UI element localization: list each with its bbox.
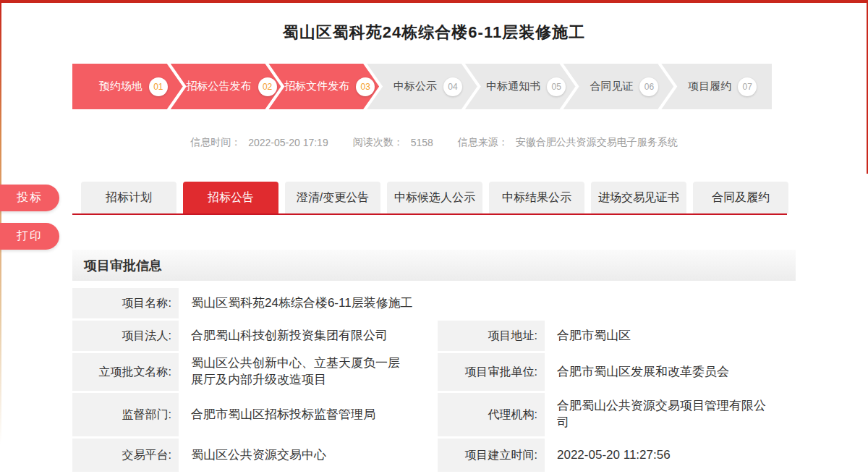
step-tender-documents[interactable]: 招标文件发布 03 <box>268 64 379 109</box>
table-label-platform: 交易平台: <box>72 439 179 472</box>
table-label-project-name: 项目名称: <box>72 288 179 318</box>
table-value-approval-unit: 合肥市蜀山区发展和改革委员会 <box>547 353 798 391</box>
step-reserve-venue[interactable]: 预约场地 01 <box>72 64 183 109</box>
progress-steps: 预约场地 01 招标公告发布 02 招标文件发布 03 中标公示 04 中标通知… <box>72 64 772 109</box>
step-label: 中标通知书 <box>486 80 540 93</box>
info-source-label: 信息来源： <box>458 136 509 149</box>
table-label-create-time: 项目建立时间: <box>438 439 545 472</box>
step-label: 预约场地 <box>99 80 142 93</box>
step-label: 招标公告发布 <box>187 80 252 93</box>
tab-entry-certificate[interactable]: 进场交易见证书 <box>591 182 686 213</box>
step-project-performance[interactable]: 项目履约 07 <box>661 64 772 109</box>
table-value-supervision: 合肥市蜀山区招标投标监督管理局 <box>181 393 435 436</box>
step-winner-publicity[interactable]: 中标公示 04 <box>367 64 477 109</box>
table-label-agency: 代理机构: <box>438 393 545 436</box>
table-value-legal-person: 合肥蜀山科技创新投资集团有限公司 <box>181 321 435 351</box>
table-value-address: 合肥市蜀山区 <box>547 321 798 351</box>
tab-bar: 招标计划 招标公告 澄清/变更公告 中标候选人公示 中标结果公示 进场交易见证书… <box>81 182 788 213</box>
print-button[interactable]: 打印 <box>0 223 59 250</box>
table-value-project-name: 蜀山区蜀科苑24栋综合楼6-11层装修施工 <box>181 288 798 318</box>
step-number-badge: 07 <box>738 77 757 96</box>
step-award-notice[interactable]: 中标通知书 05 <box>465 64 576 109</box>
info-source-value: 安徽合肥公共资源交易电子服务系统 <box>516 136 678 149</box>
table-value-agency: 合肥蜀山公共资源交易项目管理有限公司 <box>547 393 798 436</box>
info-time-label: 信息时间： <box>190 136 241 149</box>
table-label-legal-person: 项目法人: <box>72 321 179 351</box>
info-views-value: 5158 <box>411 137 433 148</box>
page-title: 蜀山区蜀科苑24栋综合楼6-11层装修施工 <box>0 22 868 43</box>
step-number-badge: 01 <box>149 77 168 96</box>
tab-tender-plan[interactable]: 招标计划 <box>81 182 176 213</box>
table-value-platform: 蜀山区公共资源交易中心 <box>181 439 435 472</box>
tab-result-publicity[interactable]: 中标结果公示 <box>489 182 584 213</box>
section-header-project-approval: 项目审批信息 <box>72 250 796 281</box>
table-value-create-time: 2022-05-20 11:27:56 <box>547 439 798 472</box>
bid-button[interactable]: 投标 <box>0 185 59 211</box>
step-number-badge: 06 <box>639 77 658 96</box>
info-meta-line: 信息时间： 2022-05-20 17:19 阅读次数： 5158 信息来源： … <box>72 136 796 149</box>
page-top-red-bar <box>0 0 868 3</box>
project-approval-table: 项目名称: 蜀山区蜀科苑24栋综合楼6-11层装修施工 项目法人: 合肥蜀山科技… <box>72 288 796 472</box>
step-number-badge: 05 <box>547 77 566 96</box>
tab-contract-performance[interactable]: 合同及履约 <box>693 182 788 213</box>
step-number-badge: 03 <box>356 77 375 96</box>
step-label: 合同见证 <box>590 80 633 93</box>
step-number-badge: 04 <box>443 77 462 96</box>
info-views-label: 阅读次数： <box>353 136 404 149</box>
table-label-address: 项目地址: <box>438 321 545 351</box>
step-tender-announcement[interactable]: 招标公告发布 02 <box>171 64 281 109</box>
step-contract-witness[interactable]: 合同见证 06 <box>563 64 674 109</box>
tab-candidate-publicity[interactable]: 中标候选人公示 <box>387 182 482 213</box>
section-title: 项目审批信息 <box>84 257 162 274</box>
step-number-badge: 02 <box>258 77 277 96</box>
table-value-approval-doc: 蜀山区公共创新中心、立基天厦负一层展厅及内部升级改造项目 <box>181 353 435 391</box>
tab-clarification[interactable]: 澄清/变更公告 <box>285 182 380 213</box>
tab-underline <box>72 213 787 215</box>
table-label-approval-unit: 项目审批单位: <box>438 353 545 391</box>
info-time-value: 2022-05-20 17:19 <box>248 137 328 148</box>
tab-tender-announcement[interactable]: 招标公告 <box>183 182 278 213</box>
table-label-supervision: 监督部门: <box>72 393 179 436</box>
table-label-approval-doc: 立项批文名称: <box>72 353 179 391</box>
step-label: 项目履约 <box>688 80 731 93</box>
step-label: 中标公示 <box>393 80 437 93</box>
step-label: 招标文件发布 <box>284 80 349 93</box>
